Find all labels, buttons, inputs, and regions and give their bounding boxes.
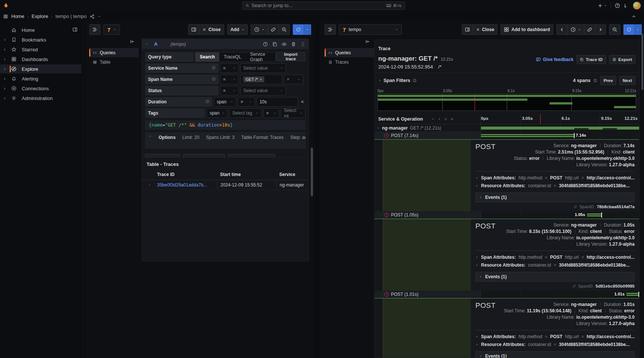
permalink-button[interactable] [584, 24, 595, 35]
collapse-pane-icon[interactable] [365, 39, 370, 44]
right-tab-traces[interactable]: Traces [325, 57, 374, 67]
span-bar[interactable] [587, 213, 602, 216]
collapse-all-icon[interactable] [444, 118, 447, 121]
sidebar-item-dashboards[interactable]: Dashboards [0, 55, 81, 64]
left-close-button[interactable]: Close [199, 24, 224, 35]
query-type-tab-search[interactable]: Search [195, 52, 219, 61]
span-attributes-row[interactable]: Span Attributes:http.method=POSThttp.url… [475, 253, 635, 261]
clear-and-open[interactable]: × [284, 75, 303, 84]
breadcrumb-home[interactable]: Home [11, 13, 24, 19]
time-range-button[interactable] [251, 24, 268, 35]
chevron-right-icon[interactable] [1, 38, 7, 42]
query-options-row[interactable]: Options Limit: 20Spans Limit: 3Table For… [145, 132, 306, 149]
chevron-right-icon[interactable] [1, 67, 7, 71]
sidebar-item-connections[interactable]: Connections [0, 84, 81, 93]
chevron-right-icon[interactable] [1, 77, 7, 81]
span-row-root[interactable]: ng-managerGET /* (12.21s) [374, 124, 639, 132]
operator-select[interactable]: > [238, 97, 255, 107]
remove-value-icon[interactable]: × [260, 77, 262, 82]
column-header-trace-id[interactable]: Trace ID [157, 172, 217, 177]
operator-select[interactable]: = [263, 108, 279, 118]
span-bar[interactable] [481, 134, 574, 137]
sidebar-item-starred[interactable]: Starred [0, 45, 81, 54]
chevron-right-icon[interactable] [1, 48, 7, 51]
span-filters-row[interactable]: Span Filters 4 spans Prev Next [374, 73, 639, 88]
remove-query-icon[interactable] [291, 42, 296, 47]
outline-button[interactable] [325, 24, 336, 35]
span-attributes-row[interactable]: Span Attributes:http.method=POSThttp.url… [475, 333, 635, 340]
sidebar-item-home[interactable]: Home [0, 25, 81, 34]
trace-table-row[interactable]: 35be0f3d29a01adda7b...2024-12-09 15:55:5… [142, 180, 309, 190]
span-attributes-row[interactable]: Span Attributes:http.method=POSThttp.url… [475, 174, 635, 182]
query-type-tab-service-graph[interactable]: Service Graph [246, 52, 276, 61]
value-select[interactable]: span [207, 108, 228, 118]
right-close-button[interactable]: Close [473, 24, 498, 35]
new-menu-button[interactable] [598, 3, 607, 8]
sidebar-item-explore[interactable]: Explore [0, 64, 81, 73]
trace-id-button[interactable]: Trace ID [577, 55, 606, 64]
span-id-row[interactable]: SpanID: 5d81ebc850b09985 [475, 284, 635, 288]
run-query-button[interactable] [623, 24, 634, 35]
chevron-down-icon[interactable] [431, 118, 434, 121]
split-pane-button[interactable] [188, 24, 199, 35]
left-tab-queries[interactable]: Queries [89, 48, 139, 57]
selected-value-chip[interactable]: GET /*× [243, 76, 264, 82]
time-shift-back-button[interactable] [556, 24, 567, 35]
secondary-operator[interactable]: < [300, 97, 306, 107]
zoom-out-button[interactable] [279, 24, 290, 35]
resource-attributes-row[interactable]: Resource Attributes:container.id=304fd88… [475, 261, 635, 269]
chevron-down-icon[interactable] [98, 15, 101, 18]
drag-handle-icon[interactable] [300, 42, 306, 47]
zoom-out-button[interactable] [609, 24, 620, 35]
news-icon[interactable] [624, 3, 629, 8]
query-editor-header[interactable]: A (tempo) [142, 39, 309, 49]
span-row[interactable]: !POST (1.01s)1.01s [374, 291, 639, 298]
run-query-caret-button[interactable] [304, 24, 311, 35]
add-to-dashboard-button[interactable]: Add to dashboard [500, 24, 553, 35]
value-select[interactable]: Select va [281, 108, 306, 118]
trace-id-link[interactable]: 35be0f3d29a01adda7b... [157, 182, 217, 188]
outline-button[interactable] [89, 24, 100, 35]
span-id-row[interactable]: SpanID: 78b8cbaa6514af7a [475, 204, 635, 209]
help-icon[interactable] [615, 3, 620, 8]
right-pane-scrollbar[interactable] [641, 34, 643, 90]
expand-all-icon[interactable] [451, 118, 454, 121]
left-add-button[interactable]: Add [227, 24, 248, 35]
span-row[interactable]: !POST (7.14s)7.14s [374, 132, 639, 139]
column-header-service[interactable]: Service [276, 172, 309, 177]
grafana-logo-icon[interactable] [3, 3, 9, 8]
events-row[interactable]: Events (1) [475, 272, 635, 282]
chevron-up-icon[interactable] [631, 14, 637, 19]
value-select[interactable]: span [214, 97, 236, 107]
chevron-right-icon[interactable] [1, 97, 7, 100]
operator-select[interactable]: = [220, 75, 239, 84]
resource-attributes-row[interactable]: Resource Attributes:container.id=304fd88… [475, 182, 635, 189]
sidebar-item-administration[interactable]: Administration [0, 94, 81, 103]
left-tab-table[interactable]: Table [89, 57, 139, 67]
collapse-pane-icon[interactable] [130, 39, 135, 44]
operator-select[interactable]: = [220, 63, 239, 73]
operator-select[interactable]: = [220, 86, 239, 95]
resource-attributes-row[interactable]: Resource Attributes:container.id=304fd88… [475, 340, 635, 348]
events-row[interactable]: Events (1) [475, 192, 635, 202]
column-header-start-time[interactable]: Start time [217, 172, 276, 177]
menu-icon[interactable] [3, 14, 8, 19]
prev-span-button[interactable]: Prev [600, 76, 616, 85]
time-shift-forward-button[interactable] [595, 24, 606, 35]
user-avatar[interactable] [633, 1, 641, 10]
chevron-right-icon[interactable] [438, 118, 441, 121]
breadcrumb-explore[interactable]: Explore [31, 13, 48, 19]
run-query-caret-button[interactable] [634, 24, 642, 35]
hide-query-icon[interactable] [282, 42, 287, 47]
duplicate-query-icon[interactable] [272, 42, 277, 47]
run-query-button[interactable] [293, 24, 304, 35]
give-feedback-link[interactable]: Give feedback [536, 57, 573, 62]
events-row[interactable]: Events (1) [475, 351, 635, 358]
duration-input[interactable]: 10s [256, 97, 298, 107]
sidebar-item-bookmarks[interactable]: Bookmarks [0, 35, 81, 44]
time-range-button[interactable] [567, 24, 584, 35]
trace-minimap[interactable]: 0μs3.05s6.1s9.15s12.21s [377, 89, 636, 111]
chevron-right-icon[interactable] [1, 87, 7, 90]
chevron-right-icon[interactable] [1, 58, 7, 61]
export-button[interactable]: Export [609, 55, 635, 64]
